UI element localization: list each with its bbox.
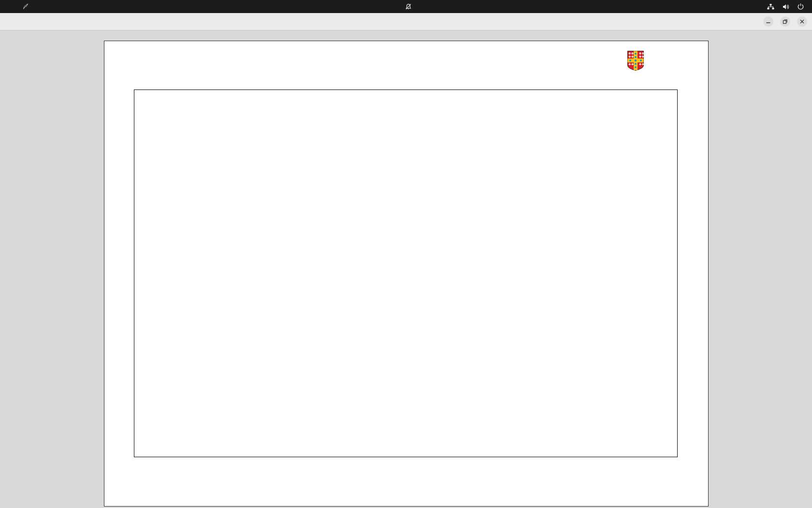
top-bar — [0, 0, 812, 13]
close-button[interactable] — [797, 16, 807, 27]
seismogram-canvas — [134, 90, 678, 457]
minimize-button[interactable] — [763, 16, 773, 27]
seismograph-panel — [104, 41, 709, 507]
notifications-off-icon — [405, 3, 412, 10]
power-icon[interactable] — [797, 3, 804, 10]
window-titlebar[interactable] — [0, 13, 812, 30]
maximize-button[interactable] — [780, 16, 790, 27]
university-laval-logo — [627, 51, 647, 73]
taskbar-app-tk[interactable] — [22, 3, 33, 10]
network-wired-icon[interactable] — [767, 3, 775, 11]
volume-icon[interactable] — [782, 3, 790, 11]
desktop — [0, 0, 812, 508]
tk-feather-icon — [22, 3, 29, 10]
window-content — [0, 30, 812, 508]
laval-shield-icon — [627, 51, 644, 73]
